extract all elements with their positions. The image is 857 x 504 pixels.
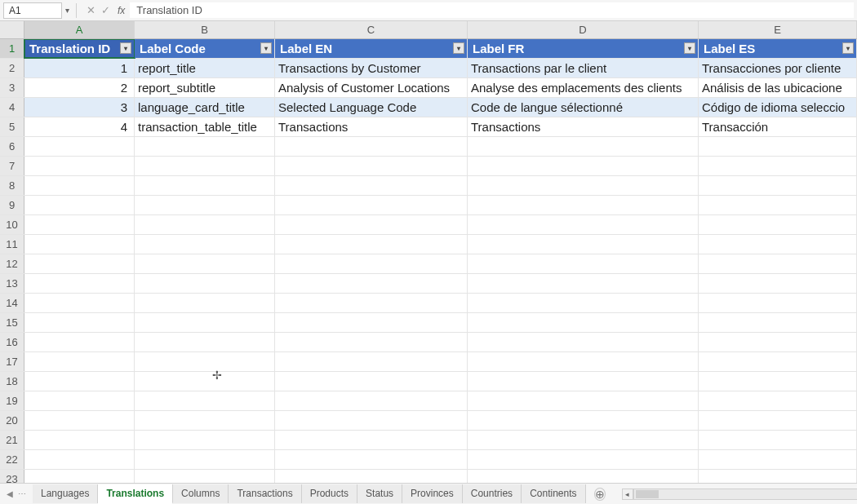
cell[interactable] [275, 431, 468, 449]
row-header[interactable]: 6 [0, 137, 24, 156]
cell[interactable]: 2 [24, 78, 135, 97]
cell[interactable] [24, 215, 135, 234]
cell[interactable]: report_subtitle [135, 78, 275, 97]
row-header[interactable]: 8 [0, 176, 24, 195]
cell[interactable]: 1 [24, 59, 135, 77]
cell[interactable] [275, 352, 468, 371]
cell[interactable] [275, 333, 468, 351]
cell[interactable] [699, 352, 857, 371]
cell[interactable] [468, 294, 699, 312]
cell[interactable] [275, 254, 468, 273]
cell[interactable] [24, 333, 135, 351]
cell[interactable] [275, 176, 468, 195]
row-header[interactable]: 3 [0, 78, 24, 97]
sheet-tab-provinces[interactable]: Provinces [402, 484, 463, 503]
cell[interactable] [699, 254, 857, 273]
table-header-cell[interactable]: Label ES▾ [699, 39, 857, 58]
cell[interactable] [699, 215, 857, 234]
cell[interactable] [468, 254, 699, 273]
nav-first-icon[interactable]: ◀ [7, 489, 13, 498]
cell[interactable] [135, 450, 275, 469]
filter-dropdown-icon[interactable]: ▾ [260, 42, 272, 54]
cell[interactable] [275, 196, 468, 214]
cell[interactable]: Transactions [275, 117, 468, 136]
nav-ellipsis-icon[interactable]: ⋯ [18, 489, 26, 498]
filter-dropdown-icon[interactable]: ▾ [842, 42, 854, 54]
table-header-cell[interactable]: Translation ID▾ [24, 39, 135, 58]
cell[interactable] [699, 137, 857, 156]
cell[interactable] [24, 294, 135, 312]
row-header[interactable]: 7 [0, 157, 24, 175]
cell[interactable] [468, 313, 699, 332]
sheet-tab-countries[interactable]: Countries [463, 484, 522, 503]
cell[interactable] [135, 196, 275, 214]
cell[interactable] [24, 313, 135, 332]
cell[interactable] [24, 411, 135, 430]
cell[interactable] [24, 470, 135, 483]
cell[interactable] [275, 157, 468, 175]
cell[interactable] [135, 294, 275, 312]
cell[interactable] [699, 274, 857, 293]
add-sheet-button[interactable]: ⊕ [594, 488, 606, 501]
cell[interactable] [135, 391, 275, 410]
row-header[interactable]: 5 [0, 117, 24, 136]
cell[interactable]: Analyse des emplacements des clients [468, 78, 699, 97]
cell[interactable]: Transactions by Customer [275, 59, 468, 77]
column-header-E[interactable]: E [699, 21, 857, 38]
cell[interactable] [135, 157, 275, 175]
hscroll-left-icon[interactable]: ◂ [622, 489, 633, 500]
cell[interactable] [468, 333, 699, 351]
cell[interactable] [24, 196, 135, 214]
cell[interactable] [468, 176, 699, 195]
filter-dropdown-icon[interactable]: ▾ [684, 42, 695, 54]
cell[interactable] [24, 157, 135, 175]
cell[interactable] [468, 215, 699, 234]
cell[interactable] [24, 431, 135, 449]
cell[interactable] [275, 313, 468, 332]
sheet-tab-translations[interactable]: Translations [98, 484, 173, 504]
cell[interactable] [135, 352, 275, 371]
row-header[interactable]: 14 [0, 294, 24, 312]
row-header[interactable]: 21 [0, 431, 24, 449]
cell[interactable]: 3 [24, 98, 135, 117]
row-header[interactable]: 17 [0, 352, 24, 371]
sheet-tab-status[interactable]: Status [357, 484, 402, 503]
cell[interactable]: Transacciones por cliente [699, 59, 857, 77]
cell[interactable] [24, 391, 135, 410]
cell[interactable] [468, 235, 699, 254]
cell[interactable] [135, 254, 275, 273]
spreadsheet-grid[interactable]: 1Translation ID▾Label Code▾Label EN▾Labe… [0, 39, 857, 483]
cell[interactable] [24, 137, 135, 156]
cell[interactable] [699, 313, 857, 332]
cell[interactable]: transaction_table_title [135, 117, 275, 136]
row-header[interactable]: 9 [0, 196, 24, 214]
cell[interactable] [468, 196, 699, 214]
row-header[interactable]: 16 [0, 333, 24, 351]
table-header-cell[interactable]: Label FR▾ [468, 39, 699, 58]
tab-nav-controls[interactable]: ◀ ⋯ [0, 489, 33, 498]
cell[interactable] [135, 313, 275, 332]
cell[interactable] [275, 372, 468, 391]
cell[interactable] [468, 431, 699, 449]
row-header[interactable]: 11 [0, 235, 24, 254]
filter-dropdown-icon[interactable]: ▾ [453, 42, 464, 54]
cell[interactable] [699, 372, 857, 391]
fx-icon[interactable]: fx [118, 5, 125, 16]
row-header[interactable]: 23 [0, 470, 24, 483]
cell[interactable]: report_title [135, 59, 275, 77]
row-header[interactable]: 18 [0, 372, 24, 391]
column-header-D[interactable]: D [468, 21, 699, 38]
cell[interactable] [468, 372, 699, 391]
cell[interactable] [135, 274, 275, 293]
cell[interactable] [275, 391, 468, 410]
cell[interactable] [699, 411, 857, 430]
cell[interactable] [699, 235, 857, 254]
cell[interactable] [699, 157, 857, 175]
row-header[interactable]: 13 [0, 274, 24, 293]
cell[interactable]: Code de langue sélectionné [468, 98, 699, 117]
row-header[interactable]: 20 [0, 411, 24, 430]
cell[interactable] [24, 274, 135, 293]
cell[interactable] [24, 352, 135, 371]
cell[interactable] [24, 176, 135, 195]
formula-bar-input[interactable]: Translation ID [130, 2, 854, 18]
